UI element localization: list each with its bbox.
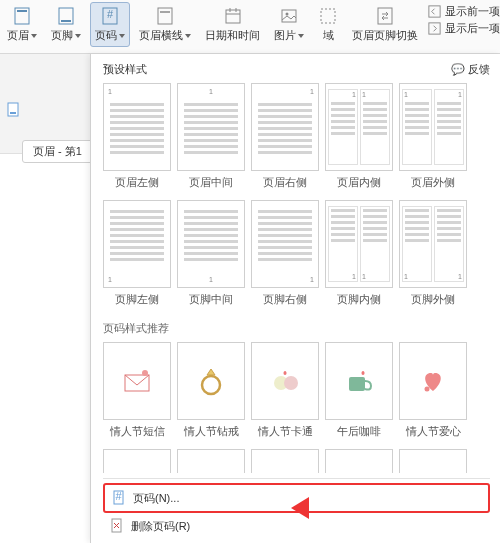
ribbon-pageno[interactable]: # 页码 [90,2,130,47]
preset-footer-inside[interactable]: 11 [325,200,393,288]
feedback-label: 反馈 [468,63,490,75]
preset-footer-center[interactable]: 1 [177,200,245,288]
ring-icon [191,361,231,401]
rec-label: 午后咖啡 [325,424,393,439]
preset-label: 页脚外侧 [399,292,467,307]
ribbon-label: 显示后一项 [445,21,500,36]
rec-label: 情人节卡通 [251,424,319,439]
document-icon [6,102,22,118]
preset-label: 页眉中间 [177,175,245,190]
preset-footer-outside[interactable]: 11 [399,200,467,288]
svg-rect-3 [61,20,71,22]
preset-header-right[interactable]: 1 [251,83,319,171]
preset-header-labels: 页眉左侧 页眉中间 页眉右侧 页眉内侧 页眉外侧 [103,175,490,190]
rec-template-4[interactable] [325,342,393,420]
chevron-down-icon [75,34,81,38]
preset-header-outside[interactable]: 11 [399,83,467,171]
ribbon-header-line[interactable]: 页眉横线 [134,2,196,47]
preset-label: 页眉右侧 [251,175,319,190]
svg-rect-8 [226,10,240,23]
rec-template-partial[interactable] [103,449,171,473]
chevron-down-icon [31,34,37,38]
ribbon-hf-switch[interactable]: 页眉页脚切换 [347,2,423,47]
ribbon-picture[interactable]: 图片 [269,2,309,47]
svg-point-26 [425,387,430,392]
ribbon-label: 页码 [95,28,117,43]
rec-template-5[interactable] [399,342,467,420]
ribbon-label: 显示前一项 [445,4,500,19]
rec-template-1[interactable] [103,342,171,420]
switch-icon [375,6,395,26]
ribbon-label: 页眉页脚切换 [352,28,418,43]
preset-title: 预设样式 [103,62,147,77]
preset-header-center[interactable]: 1 [177,83,245,171]
preset-footer-left[interactable]: 1 [103,200,171,288]
ribbon-toolbar: 页眉 页脚 # 页码 页眉横线 日期和时间 图片 域 页眉页脚切换 显示前一项 … [0,0,500,54]
recommended-labels: 情人节短信 情人节钻戒 情人节卡通 午后咖啡 情人节爱心 [103,424,490,439]
chevron-down-icon [119,34,125,38]
footer-icon [56,6,76,26]
recommended-title: 页码样式推荐 [103,317,490,342]
ribbon-show-next[interactable]: 显示后一项 [427,21,500,36]
svg-point-21 [142,370,148,376]
svg-point-22 [202,376,220,394]
delete-page-icon [109,518,125,534]
svg-rect-18 [8,103,18,116]
section-tab-label: 页眉 - 第1 [33,144,82,159]
ribbon-label: 图片 [274,28,296,43]
rec-template-partial[interactable] [177,449,245,473]
section-tab[interactable]: 页眉 - 第1 [22,140,93,163]
rec-template-partial[interactable] [325,449,393,473]
preset-scroll[interactable]: 1 1 1 11 11 页眉左侧 页眉中间 页眉右侧 页眉内侧 页眉外侧 1 1… [103,83,490,478]
svg-point-24 [284,376,298,390]
svg-text:#: # [107,8,114,20]
preset-label: 页脚右侧 [251,292,319,307]
cartoon-icon [265,361,305,401]
chevron-down-icon [298,34,304,38]
svg-text:#: # [115,490,122,502]
preset-label: 页脚内侧 [325,292,393,307]
svg-rect-6 [158,8,172,24]
svg-rect-25 [349,377,365,391]
pageno-dropdown-panel: 预设样式 💬 反馈 1 1 1 11 11 页眉左侧 页眉中间 页眉右侧 页眉内… [90,54,500,543]
rec-template-partial[interactable] [399,449,467,473]
ribbon-field[interactable]: 域 [313,2,343,47]
preset-label: 页眉外侧 [399,175,467,190]
ribbon-show-prev[interactable]: 显示前一项 [427,4,500,19]
preset-header-inside[interactable]: 11 [325,83,393,171]
svg-rect-17 [429,23,440,34]
calendar-icon [223,6,243,26]
ribbon-header[interactable]: 页眉 [2,2,42,47]
recommended-row [103,342,490,420]
header-icon [12,6,32,26]
envelope-icon [117,361,157,401]
ribbon-datetime[interactable]: 日期和时间 [200,2,265,47]
field-icon [318,6,338,26]
recommended-row-2 [103,449,490,473]
menu-label: 删除页码(R) [131,519,190,534]
ribbon-show-group: 显示前一项 显示后一项 [427,2,500,47]
svg-rect-1 [17,10,27,12]
ribbon-label: 页眉横线 [139,28,183,43]
rec-template-partial[interactable] [251,449,319,473]
svg-rect-14 [321,9,335,23]
preset-footer-row: 1 1 1 11 11 [103,200,490,288]
svg-rect-15 [378,8,392,24]
feedback-link[interactable]: 💬 反馈 [451,62,490,77]
coffee-icon [339,361,379,401]
ribbon-label: 日期和时间 [205,28,260,43]
rec-template-2[interactable] [177,342,245,420]
ribbon-label: 域 [323,28,334,43]
preset-header-row: 1 1 1 11 11 [103,83,490,171]
preset-footer-right[interactable]: 1 [251,200,319,288]
svg-point-13 [286,13,289,16]
preset-header-left[interactable]: 1 [103,83,171,171]
rec-template-3[interactable] [251,342,319,420]
chevron-down-icon [185,34,191,38]
menu-label: 页码(N)... [133,491,179,506]
preset-footer-labels: 页脚左侧 页脚中间 页脚右侧 页脚内侧 页脚外侧 [103,292,490,307]
header-line-icon [155,6,175,26]
ribbon-footer[interactable]: 页脚 [46,2,86,47]
rec-label: 情人节爱心 [399,424,467,439]
preset-label: 页眉内侧 [325,175,393,190]
